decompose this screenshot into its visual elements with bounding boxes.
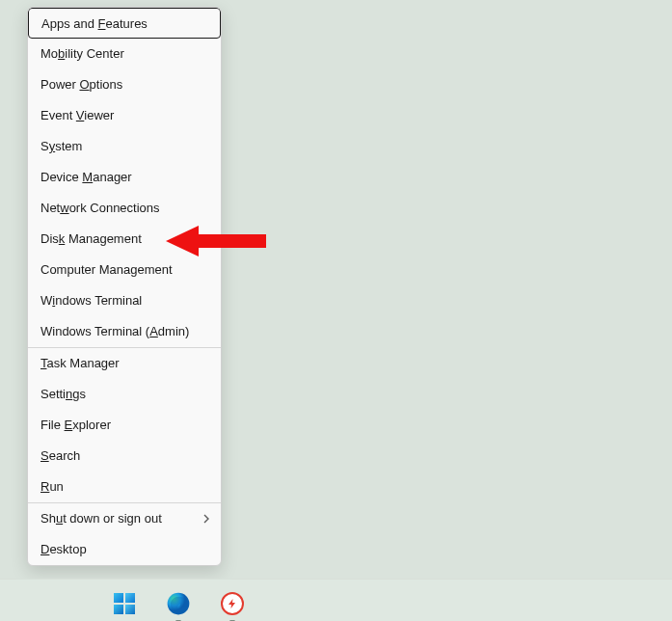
taskbar: [0, 579, 672, 621]
edge-icon: [166, 591, 191, 616]
menu-run[interactable]: Run: [28, 472, 221, 502]
menu-shutdown[interactable]: Shut down or sign out: [28, 503, 221, 534]
menu-task-manager[interactable]: Task Manager: [28, 348, 221, 379]
taskbar-app-bolt[interactable]: [214, 585, 251, 621]
menu-desktop[interactable]: Desktop: [28, 534, 221, 565]
menu-search[interactable]: Search: [28, 441, 221, 472]
menu-power-options[interactable]: Power Options: [28, 69, 221, 100]
menu-computer-management[interactable]: Computer Management: [28, 255, 221, 285]
bolt-icon: [221, 592, 244, 615]
menu-disk-management[interactable]: Disk Management: [28, 224, 221, 255]
winx-context-menu: Apps and FeaturesMobility CenterPower Op…: [27, 7, 222, 566]
menu-system[interactable]: System: [28, 131, 221, 162]
menu-settings[interactable]: Settings: [28, 379, 221, 410]
menu-device-manager[interactable]: Device Manager: [28, 162, 221, 193]
taskbar-app-edge[interactable]: [160, 585, 197, 621]
chevron-right-icon: [202, 503, 211, 534]
start-button[interactable]: [106, 585, 143, 621]
windows-logo-icon: [114, 593, 135, 614]
menu-windows-terminal-admin[interactable]: Windows Terminal (Admin): [28, 316, 221, 347]
menu-mobility-center[interactable]: Mobility Center: [28, 39, 221, 69]
menu-file-explorer[interactable]: File Explorer: [28, 410, 221, 441]
menu-network-connections[interactable]: Network Connections: [28, 193, 221, 224]
menu-event-viewer[interactable]: Event Viewer: [28, 100, 221, 131]
menu-windows-terminal[interactable]: Windows Terminal: [28, 285, 221, 316]
menu-apps-features[interactable]: Apps and Features: [28, 8, 221, 39]
